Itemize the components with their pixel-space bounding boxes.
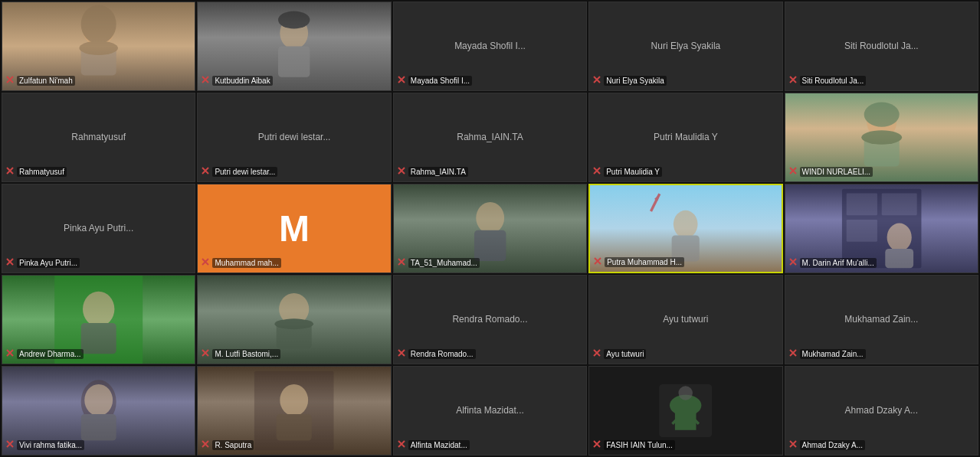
svg-point-38 xyxy=(679,386,693,400)
participant-name-label: Rahmatyusuf xyxy=(17,167,67,177)
svg-point-3 xyxy=(79,41,118,55)
participant-name-badge: FASIH IAIN Tulun... xyxy=(589,438,782,452)
participant-name-badge: Rendra Romado... xyxy=(394,347,586,361)
video-cell-cell-2-1[interactable]: MMuhammad mah... xyxy=(197,184,391,273)
participant-name-label: Muhammad mah... xyxy=(212,258,280,268)
participant-name-label: Nuri Elya Syakila xyxy=(604,76,667,86)
video-cell-cell-3-0[interactable]: Andrew Dharma... xyxy=(2,275,195,364)
video-cell-cell-2-3[interactable]: Putra Muhammad H... xyxy=(588,184,782,273)
participant-name-badge: Nuri Elya Syakila xyxy=(589,73,782,87)
video-cell-cell-4-1[interactable]: R. Saputra xyxy=(197,366,391,455)
participant-name-label: M. Lutfi Bastomi,... xyxy=(212,349,280,359)
svg-point-24 xyxy=(83,292,114,327)
video-cell-cell-4-0[interactable]: Vivi rahma fatika... xyxy=(2,366,195,455)
participant-name-badge: M. Darin Arif Mu'alli... xyxy=(785,256,978,269)
video-cell-cell-2-0[interactable]: Pinka Ayu Putri...Pinka Ayu Putri... xyxy=(2,184,195,273)
video-cell-cell-1-4[interactable]: WINDI NURLAELI... xyxy=(785,93,978,182)
svg-point-8 xyxy=(864,103,899,127)
muted-mic-icon xyxy=(592,166,601,177)
participant-name-badge: Putri dewi lestar... xyxy=(198,165,390,178)
participant-name-label: Putri Maulidia Y xyxy=(604,167,662,177)
svg-rect-31 xyxy=(81,414,116,441)
participant-name-badge: Zulfatun Ni'mah xyxy=(2,73,195,87)
video-cell-cell-0-4[interactable]: Siti Roudlotul Ja...Siti Roudlotul Ja... xyxy=(785,2,978,91)
video-cell-cell-0-3[interactable]: Nuri Elya SyakilaNuri Elya Syakila xyxy=(588,2,782,91)
participant-name-badge: Mayada Shofil I... xyxy=(394,73,586,87)
muted-mic-icon xyxy=(397,166,406,177)
video-cell-cell-3-3[interactable]: Ayu tutwuriAyu tutwuri xyxy=(588,275,782,364)
video-cell-cell-1-3[interactable]: Putri Maulidia YPutri Maulidia Y xyxy=(588,93,782,182)
video-cell-cell-1-1[interactable]: Putri dewi lestar...Putri dewi lestar... xyxy=(197,93,391,182)
participant-name-label: Kutbuddin Aibak xyxy=(212,76,272,86)
participant-name-badge: Putri Maulidia Y xyxy=(589,165,782,178)
svg-rect-20 xyxy=(846,220,877,242)
muted-mic-icon xyxy=(788,348,798,359)
participant-name-label: Vivi rahma fatika... xyxy=(17,440,84,450)
svg-point-1 xyxy=(81,5,116,44)
muted-mic-icon xyxy=(397,439,406,450)
participant-name-badge: Pinka Ayu Putri... xyxy=(2,256,195,269)
participant-name-badge: Andrew Dharma... xyxy=(2,347,195,361)
participant-name-label: Mukhamad Zain... xyxy=(800,349,866,359)
video-cell-cell-4-4[interactable]: Ahmad Dzaky A...Ahmad Dzaky A... xyxy=(785,366,978,455)
muted-mic-icon xyxy=(5,166,15,177)
participant-name-badge: Siti Roudlotul Ja... xyxy=(785,73,978,87)
participant-name-label: Rendra Romado... xyxy=(408,349,476,359)
svg-rect-34 xyxy=(277,414,312,441)
video-cell-cell-1-0[interactable]: RahmatyusufRahmatyusuf xyxy=(2,93,195,182)
muted-mic-icon xyxy=(5,439,15,450)
participant-name-label: R. Saputra xyxy=(212,440,254,450)
participant-name-label: WINDI NURLAELI... xyxy=(800,167,873,177)
muted-mic-icon xyxy=(592,75,601,86)
participant-name-badge: Rahma_IAIN.TA xyxy=(394,165,586,178)
participant-name-label: FASIH IAIN Tulun... xyxy=(604,440,675,450)
muted-mic-icon xyxy=(5,75,15,86)
participant-name-badge: Ayu tutwuri xyxy=(589,347,782,361)
video-cell-cell-3-2[interactable]: Rendra Romado...Rendra Romado... xyxy=(393,275,587,364)
video-cell-cell-2-4[interactable]: M. Darin Arif Mu'alli... xyxy=(785,184,978,273)
svg-rect-37 xyxy=(675,413,696,430)
participant-name-badge: Rahmatyusuf xyxy=(2,165,195,178)
participant-name-badge: TA_51_Muhamad... xyxy=(394,256,586,269)
video-cell-cell-0-2[interactable]: Mayada Shofil I...Mayada Shofil I... xyxy=(393,2,587,91)
muted-mic-icon xyxy=(201,348,210,359)
video-cell-cell-3-4[interactable]: Mukhamad Zain...Mukhamad Zain... xyxy=(785,275,978,364)
participant-name-badge: Ahmad Dzaky A... xyxy=(785,438,978,452)
video-cell-cell-0-1[interactable]: Kutbuddin Aibak xyxy=(197,2,391,91)
participant-name-badge: WINDI NURLAELI... xyxy=(785,165,978,178)
muted-mic-icon xyxy=(201,75,210,86)
video-cell-cell-0-0[interactable]: Zulfatun Ni'mah xyxy=(2,2,195,91)
participant-name-label: Ahmad Dzaky A... xyxy=(800,440,865,450)
svg-point-30 xyxy=(84,384,113,416)
participant-name-badge: Putra Muhammad H... xyxy=(590,255,781,269)
participant-name-badge: R. Saputra xyxy=(198,438,390,452)
muted-mic-icon xyxy=(788,439,798,450)
video-grid: Zulfatun Ni'mah Kutbuddin AibakMayada Sh… xyxy=(0,0,980,457)
video-cell-cell-4-2[interactable]: Alfinta Mazidat...Alfinta Mazidat... xyxy=(393,366,587,455)
svg-point-13 xyxy=(674,211,698,238)
svg-point-11 xyxy=(476,202,504,233)
svg-point-21 xyxy=(887,224,911,252)
video-cell-cell-2-2[interactable]: TA_51_Muhamad... xyxy=(393,184,587,273)
muted-mic-icon xyxy=(592,348,601,359)
participant-name-label: Ayu tutwuri xyxy=(604,349,646,359)
participant-name-label: Alfinta Mazidat... xyxy=(408,440,470,450)
svg-point-5 xyxy=(278,11,310,29)
video-cell-cell-4-3[interactable]: FASIH IAIN Tulun... xyxy=(588,366,782,455)
muted-mic-icon xyxy=(788,257,798,268)
svg-rect-18 xyxy=(846,194,877,216)
svg-rect-6 xyxy=(278,47,310,77)
participant-name-label: Andrew Dharma... xyxy=(17,349,84,359)
participant-name-label: TA_51_Muhamad... xyxy=(408,258,480,268)
participant-name-label: Mayada Shofil I... xyxy=(408,76,472,86)
participant-name-label: Siti Roudlotul Ja... xyxy=(800,76,867,86)
participant-name-label: Putra Muhammad H... xyxy=(605,257,684,267)
video-cell-cell-3-1[interactable]: M. Lutfi Bastomi,... xyxy=(197,275,391,364)
video-cell-cell-1-2[interactable]: Rahma_IAIN.TARahma_IAIN.TA xyxy=(393,93,587,182)
muted-mic-icon xyxy=(788,75,798,86)
muted-mic-icon xyxy=(397,257,406,268)
svg-point-10 xyxy=(861,130,902,144)
muted-mic-icon xyxy=(201,166,210,177)
svg-point-33 xyxy=(280,384,309,416)
muted-mic-icon xyxy=(593,256,602,267)
